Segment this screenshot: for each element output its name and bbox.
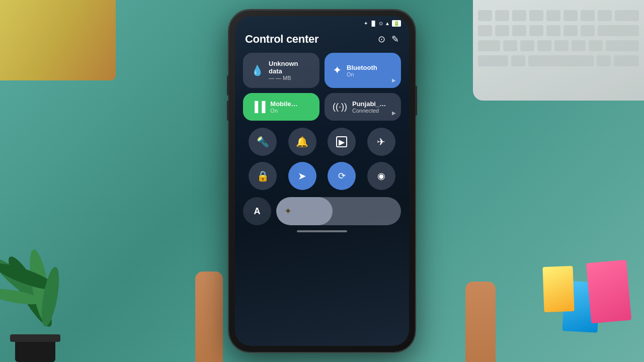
settings-icon[interactable]: ⊙ (378, 34, 385, 45)
airplane-icon: ✈ (377, 136, 385, 148)
svg-rect-18 (503, 40, 517, 51)
svg-rect-27 (528, 55, 594, 66)
wifi-tile[interactable]: ((·)) Punjabi_… Connected ▶ (325, 93, 401, 121)
data-icon: 💧 (251, 64, 264, 76)
signal-icon: ▐▌ (370, 21, 377, 26)
tiles-grid: 💧 Unknown data — — MB ✦ Bluetooth On ▶ (235, 53, 409, 121)
mobile-tile-text: Mobile… On (270, 100, 297, 114)
icon-row-1: 🔦 🔔 ▶ ✈ (235, 128, 409, 156)
lock-icon: 🔒 (257, 170, 269, 182)
sticker-pink (586, 260, 631, 324)
svg-rect-29 (614, 55, 639, 66)
desk-paper (0, 0, 116, 80)
data-label: Unknown data (269, 60, 311, 75)
hand-left (195, 272, 223, 362)
svg-rect-8 (615, 10, 639, 21)
svg-rect-0 (478, 10, 492, 21)
bluetooth-arrow-icon: ▶ (392, 77, 396, 83)
screen-record-icon: ▶ (336, 136, 347, 147)
reading-mode-button[interactable]: ◉ (367, 162, 395, 190)
svg-rect-22 (572, 40, 586, 51)
svg-rect-7 (598, 10, 612, 21)
svg-rect-16 (598, 25, 639, 36)
battery-icon: 🔋 (392, 20, 401, 27)
svg-rect-37 (10, 334, 60, 342)
svg-rect-4 (546, 10, 560, 21)
hand-right (465, 282, 496, 362)
svg-rect-26 (511, 55, 525, 66)
bluetooth-sublabel: On (347, 71, 377, 77)
location-icon: ➤ (298, 170, 306, 182)
airplane-button[interactable]: ✈ (367, 128, 395, 156)
svg-rect-10 (495, 25, 509, 36)
wifi-tile-icon: ((·)) (333, 102, 347, 112)
phone-screen: ✦ ▐▌ ⊙ ▲ 🔋 Control center ⊙ ✎ 💧 (235, 16, 409, 346)
plant (0, 191, 111, 362)
keyboard-bg (473, 0, 644, 101)
home-indicator[interactable] (297, 230, 347, 232)
flashlight-icon: 🔦 (257, 136, 269, 148)
data-tile-text: Unknown data — — MB (269, 60, 311, 81)
wifi-tile-text: Punjabi_… Connected (352, 100, 386, 114)
svg-rect-14 (564, 25, 578, 36)
svg-rect-19 (520, 40, 534, 51)
sticker-yellow (542, 266, 574, 312)
svg-rect-15 (581, 25, 595, 36)
svg-rect-13 (546, 25, 560, 36)
wifi-sublabel: Connected (352, 108, 386, 114)
font-button[interactable]: A (243, 197, 271, 225)
auto-rotate-button[interactable]: ⟳ (328, 162, 356, 190)
screen-record-button[interactable]: ▶ (328, 128, 356, 156)
status-bar: ✦ ▐▌ ⊙ ▲ 🔋 (235, 16, 409, 29)
bluetooth-icon: ✦ (333, 64, 342, 77)
bluetooth-label: Bluetooth (347, 64, 377, 71)
svg-rect-24 (606, 40, 639, 51)
wifi-arrow-icon: ▶ (392, 110, 396, 116)
eye-icon: ◉ (377, 170, 385, 182)
svg-rect-28 (597, 55, 611, 66)
auto-rotate-icon: ⟳ (338, 170, 346, 182)
svg-rect-2 (512, 10, 526, 21)
svg-rect-5 (564, 10, 578, 21)
svg-rect-12 (529, 25, 543, 36)
header-actions: ⊙ ✎ (378, 34, 399, 45)
control-center-header: Control center ⊙ ✎ (235, 29, 409, 53)
svg-rect-21 (554, 40, 569, 51)
edit-icon[interactable]: ✎ (391, 34, 399, 45)
mobile-tile[interactable]: ▐▐ Mobile… On (243, 93, 319, 121)
lock-button[interactable]: 🔒 (249, 162, 277, 190)
svg-rect-9 (478, 25, 492, 36)
control-center-title: Control center (245, 33, 318, 46)
bottom-row: A ✦ (235, 197, 409, 225)
phone-body: ✦ ▐▌ ⊙ ▲ 🔋 Control center ⊙ ✎ 💧 (229, 10, 415, 352)
wifi-status-icon: ⊙ (379, 21, 383, 26)
svg-rect-1 (495, 10, 509, 21)
brightness-slider[interactable]: ✦ (276, 197, 401, 225)
volume-down-button[interactable] (227, 101, 229, 121)
svg-rect-3 (529, 10, 543, 21)
font-label: A (254, 206, 261, 217)
icon-row-2: 🔒 ➤ ⟳ ◉ (235, 162, 409, 190)
svg-rect-6 (581, 10, 595, 21)
bluetooth-status-icon: ✦ (364, 21, 368, 26)
volume-up-button[interactable] (227, 75, 229, 96)
bell-icon: 🔔 (296, 136, 308, 148)
bluetooth-tile[interactable]: ✦ Bluetooth On ▶ (325, 53, 401, 88)
bluetooth-tile-text: Bluetooth On (347, 64, 377, 77)
location-button[interactable]: ➤ (288, 162, 316, 190)
mobile-label: Mobile… (270, 100, 297, 108)
data-sublabel: — — MB (269, 75, 311, 81)
svg-rect-17 (478, 40, 500, 51)
svg-rect-23 (589, 40, 603, 51)
wifi-label: Punjabi_… (352, 100, 386, 108)
phone: ✦ ▐▌ ⊙ ▲ 🔋 Control center ⊙ ✎ 💧 (229, 10, 415, 352)
flashlight-button[interactable]: 🔦 (249, 128, 277, 156)
notification-button[interactable]: 🔔 (288, 128, 316, 156)
mobile-icon: ▐▐ (251, 101, 265, 113)
data-tile[interactable]: 💧 Unknown data — — MB (243, 53, 319, 88)
brightness-icon: ✦ (284, 206, 292, 217)
power-button[interactable] (415, 85, 417, 116)
wifi-icon: ▲ (385, 21, 390, 26)
svg-rect-11 (512, 25, 526, 36)
svg-rect-20 (537, 40, 551, 51)
